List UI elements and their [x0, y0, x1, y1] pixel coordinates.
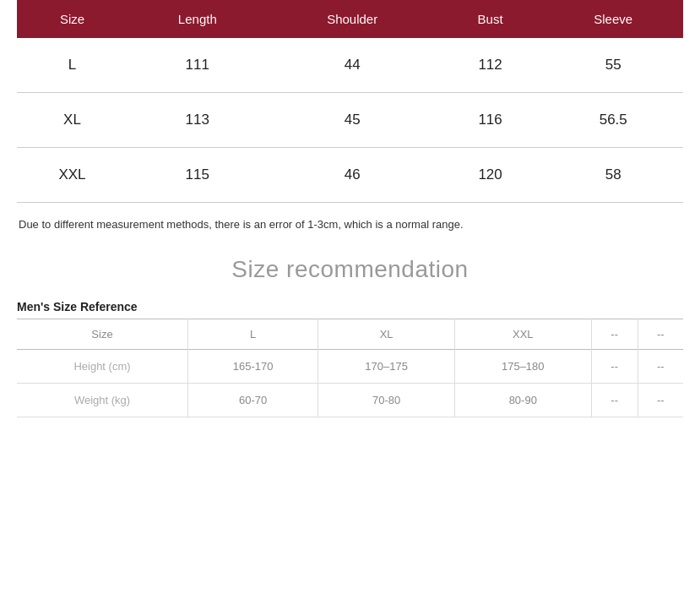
ref-header-cell: -- [638, 319, 683, 350]
size-chart-header-row: Size Length Shoulder Bust Sleeve [17, 0, 683, 38]
header-length: Length [128, 0, 268, 38]
size-chart-row: L1114411255 [17, 38, 683, 93]
size-chart-cell: 58 [543, 148, 683, 203]
ref-cell: 60-70 [187, 384, 317, 417]
ref-row: Weight (kg)60-7070-8080-90---- [17, 384, 683, 417]
ref-cell: -- [591, 384, 638, 417]
ref-header-cell: Size [17, 319, 187, 350]
size-chart-cell: 46 [268, 148, 437, 203]
ref-cell: 80-90 [454, 384, 591, 417]
ref-cell: -- [591, 350, 638, 384]
ref-cell: -- [638, 350, 683, 384]
ref-cell: 165-170 [187, 350, 317, 384]
ref-cell: Height (cm) [17, 350, 187, 384]
size-chart-cell: 115 [128, 148, 268, 203]
header-sleeve: Sleeve [543, 0, 683, 38]
size-chart-row: XL1134511656.5 [17, 93, 683, 148]
ref-cell: 170–175 [318, 350, 455, 384]
header-size: Size [17, 0, 128, 38]
size-chart-cell: 120 [437, 148, 544, 203]
ref-header-cell: XL [318, 319, 455, 350]
size-chart-cell: 55 [543, 38, 683, 93]
size-chart-cell: 44 [268, 38, 437, 93]
ref-row: Height (cm)165-170170–175175–180---- [17, 350, 683, 384]
size-chart-cell: XL [17, 93, 128, 148]
size-chart-table: Size Length Shoulder Bust Sleeve L111441… [17, 0, 683, 203]
size-chart-cell: XXL [17, 148, 128, 203]
page-wrapper: Size Length Shoulder Bust Sleeve L111441… [0, 0, 700, 443]
size-chart-cell: 111 [128, 38, 268, 93]
size-chart-row: XXL1154612058 [17, 148, 683, 203]
size-chart-cell: 113 [128, 93, 268, 148]
header-bust: Bust [437, 0, 544, 38]
size-chart-cell: 45 [268, 93, 437, 148]
ref-header-cell: -- [591, 319, 638, 350]
size-recommendation-title: Size recommendation [17, 256, 683, 283]
size-chart-cell: L [17, 38, 128, 93]
ref-cell: Weight (kg) [17, 384, 187, 417]
mens-ref-table: SizeLXLXXL---- Height (cm)165-170170–175… [17, 319, 683, 417]
mens-ref-label: Men's Size Reference [17, 300, 683, 313]
header-shoulder: Shoulder [268, 0, 437, 38]
ref-header-row: SizeLXLXXL---- [17, 319, 683, 350]
size-chart-cell: 112 [437, 38, 544, 93]
size-chart-cell: 56.5 [543, 93, 683, 148]
note-text: Due to different measurement methods, th… [17, 218, 683, 231]
ref-header-cell: XXL [454, 319, 591, 350]
ref-cell: 175–180 [454, 350, 591, 384]
size-chart-cell: 116 [437, 93, 544, 148]
ref-cell: 70-80 [318, 384, 455, 417]
ref-cell: -- [638, 384, 683, 417]
ref-header-cell: L [187, 319, 317, 350]
